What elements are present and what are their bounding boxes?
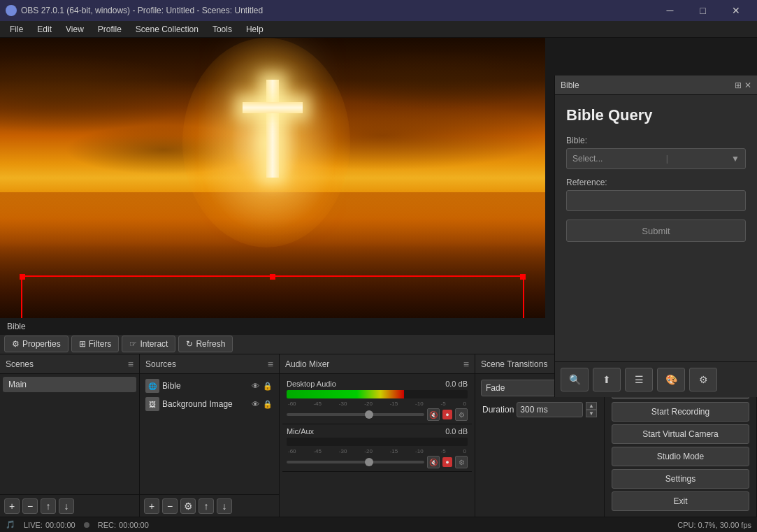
sources-title: Sources bbox=[145, 359, 176, 369]
title-bar-text: OBS 27.0.1 (64-bit, windows) - Profile: … bbox=[21, 6, 654, 15]
bible-close-button[interactable]: ✕ bbox=[744, 80, 751, 90]
live-label: LIVE: bbox=[24, 521, 43, 529]
transitions-title: Scene Transitions bbox=[481, 359, 547, 369]
exit-button[interactable]: Exit bbox=[612, 491, 749, 511]
desktop-fader[interactable] bbox=[287, 413, 424, 416]
source-settings-button[interactable]: ⚙ bbox=[180, 498, 196, 514]
interact-button[interactable]: ☞ Interact bbox=[122, 336, 175, 352]
desktop-audio-red-indicator[interactable]: ● bbox=[442, 410, 452, 419]
mic-audio-red-indicator[interactable]: ● bbox=[442, 457, 452, 467]
properties-button[interactable]: ⚙ Properties bbox=[4, 336, 69, 352]
duration-input[interactable]: 300 ms bbox=[517, 402, 583, 417]
menu-scene-collection[interactable]: Scene Collection bbox=[129, 23, 206, 36]
cross-vertical bbox=[266, 80, 279, 178]
mic-mute-button[interactable]: 🔇 bbox=[427, 456, 440, 468]
minimize-button[interactable]: ─ bbox=[654, 0, 686, 21]
source-background-name: Background Image bbox=[162, 399, 250, 409]
source-down-button[interactable]: ↓ bbox=[217, 498, 232, 514]
active-source-label: Bible bbox=[7, 322, 26, 331]
desktop-fader-row: 🔇 ● ⚙ bbox=[287, 408, 468, 421]
scene-remove-button[interactable]: − bbox=[22, 498, 38, 514]
audio-panel-header: Audio Mixer ≡ bbox=[280, 354, 475, 374]
desktop-audio-settings-button[interactable]: ⚙ bbox=[455, 408, 468, 421]
maximize-button[interactable]: □ bbox=[687, 0, 719, 21]
mic-audio-scale: -60-45-30-20-15-10-50 bbox=[287, 448, 468, 454]
chevron-down-icon: ▼ bbox=[731, 154, 740, 164]
mic-fader[interactable] bbox=[287, 461, 424, 463]
source-item-background[interactable]: 🖼 Background Image 👁 🔒 bbox=[143, 395, 276, 413]
bible-list-button[interactable]: ☰ bbox=[625, 368, 653, 391]
audio-status-icon: 🎵 bbox=[6, 520, 15, 529]
bible-palette-button[interactable]: 🎨 bbox=[657, 368, 685, 391]
bible-panel-title: Bible bbox=[561, 80, 579, 90]
refresh-button[interactable]: ↻ Refresh bbox=[178, 336, 233, 352]
window-controls: ─ □ ✕ bbox=[654, 0, 751, 21]
palette-icon: 🎨 bbox=[665, 374, 677, 385]
bible-select-dropdown[interactable]: Select... | ▼ bbox=[566, 148, 746, 169]
mic-audio-settings-button[interactable]: ⚙ bbox=[455, 456, 468, 468]
start-virtual-camera-button[interactable]: Start Virtual Camera bbox=[612, 424, 749, 444]
filters-button[interactable]: ⊞ Filters bbox=[71, 336, 120, 352]
bible-select-divider: | bbox=[666, 154, 668, 164]
sources-list: 🌐 Bible 👁 🔒 🖼 Background Image 👁 🔒 bbox=[140, 374, 279, 494]
menu-tools[interactable]: Tools bbox=[206, 23, 239, 36]
bible-float-button[interactable]: ⊞ bbox=[735, 80, 742, 90]
scene-add-button[interactable]: + bbox=[4, 498, 20, 514]
bible-submit-button[interactable]: Submit bbox=[566, 220, 746, 242]
gear-icon: ⚙ bbox=[699, 374, 708, 385]
live-timer: 00:00:00 bbox=[45, 521, 75, 529]
sources-panel: Sources ≡ 🌐 Bible 👁 🔒 🖼 Backgroun bbox=[140, 354, 280, 517]
source-add-button[interactable]: + bbox=[144, 498, 159, 514]
title-bar: OBS 27.0.1 (64-bit, windows) - Profile: … bbox=[0, 0, 757, 21]
mic-fader-thumb[interactable] bbox=[365, 458, 373, 466]
source-item-bible[interactable]: 🌐 Bible 👁 🔒 bbox=[143, 377, 276, 395]
menu-file[interactable]: File bbox=[3, 23, 30, 36]
rec-label: REC: bbox=[98, 521, 116, 529]
cross-container bbox=[266, 80, 279, 178]
duration-decrement-button[interactable]: ▼ bbox=[586, 410, 597, 417]
bible-toolbar: 🔍 ⬆ ☰ 🎨 ⚙ bbox=[555, 361, 757, 397]
source-bible-lock-toggle[interactable]: 🔒 bbox=[262, 380, 273, 391]
settings-button[interactable]: Settings bbox=[612, 469, 749, 489]
bible-search-button[interactable]: 🔍 bbox=[561, 368, 589, 391]
desktop-audio-scale: -60-45-30-20-15-10-50 bbox=[287, 401, 468, 407]
status-rec: REC: 00:00:00 bbox=[98, 521, 149, 529]
mic-audio-level: 0.0 dB bbox=[445, 427, 468, 436]
audio-channels: Desktop Audio 0.0 dB -60-45-30-20-15-10-… bbox=[280, 374, 475, 517]
source-background-lock-toggle[interactable]: 🔒 bbox=[262, 398, 273, 410]
audio-panel-menu-icon[interactable]: ≡ bbox=[463, 359, 469, 370]
menu-edit[interactable]: Edit bbox=[30, 23, 59, 36]
scene-item-main[interactable]: Main bbox=[3, 377, 136, 392]
sources-panel-menu-icon[interactable]: ≡ bbox=[268, 359, 273, 370]
scene-down-button[interactable]: ↓ bbox=[59, 498, 74, 514]
preview-image bbox=[0, 38, 545, 318]
bible-reference-input[interactable] bbox=[566, 190, 746, 211]
bible-settings-button[interactable]: ⚙ bbox=[689, 368, 717, 391]
duration-increment-button[interactable]: ▲ bbox=[586, 402, 597, 410]
studio-mode-button[interactable]: Studio Mode bbox=[612, 447, 749, 466]
mic-audio-label: Mic/Aux bbox=[287, 427, 314, 436]
main-layout: ↔ Bible ⚙ Properties ⊞ Filters ☞ Interac… bbox=[0, 38, 757, 517]
interact-icon: ☞ bbox=[129, 339, 137, 349]
source-background-visibility-toggle[interactable]: 👁 bbox=[250, 398, 261, 410]
source-remove-button[interactable]: − bbox=[162, 498, 178, 514]
bible-upload-button[interactable]: ⬆ bbox=[593, 368, 621, 391]
desktop-mute-button[interactable]: 🔇 bbox=[427, 408, 440, 421]
scenes-panel-menu-icon[interactable]: ≡ bbox=[128, 359, 134, 370]
app-icon bbox=[6, 5, 17, 16]
source-up-button[interactable]: ↑ bbox=[199, 498, 214, 514]
desktop-fader-thumb[interactable] bbox=[365, 410, 373, 419]
menu-view[interactable]: View bbox=[59, 23, 91, 36]
menu-profile[interactable]: Profile bbox=[91, 23, 129, 36]
menu-help[interactable]: Help bbox=[239, 23, 271, 36]
start-recording-button[interactable]: Start Recording bbox=[612, 402, 749, 422]
desktop-audio-bar bbox=[287, 390, 404, 398]
close-button[interactable]: ✕ bbox=[720, 0, 751, 21]
source-bible-visibility-toggle[interactable]: 👁 bbox=[250, 380, 261, 391]
audio-channel-desktop: Desktop Audio 0.0 dB -60-45-30-20-15-10-… bbox=[282, 377, 472, 424]
scene-up-button[interactable]: ↑ bbox=[41, 498, 56, 514]
desktop-audio-header: Desktop Audio 0.0 dB bbox=[287, 380, 468, 388]
upload-icon: ⬆ bbox=[603, 374, 611, 385]
source-bible-controls: 👁 🔒 bbox=[250, 380, 273, 391]
sources-panel-footer: + − ⚙ ↑ ↓ bbox=[140, 494, 279, 517]
